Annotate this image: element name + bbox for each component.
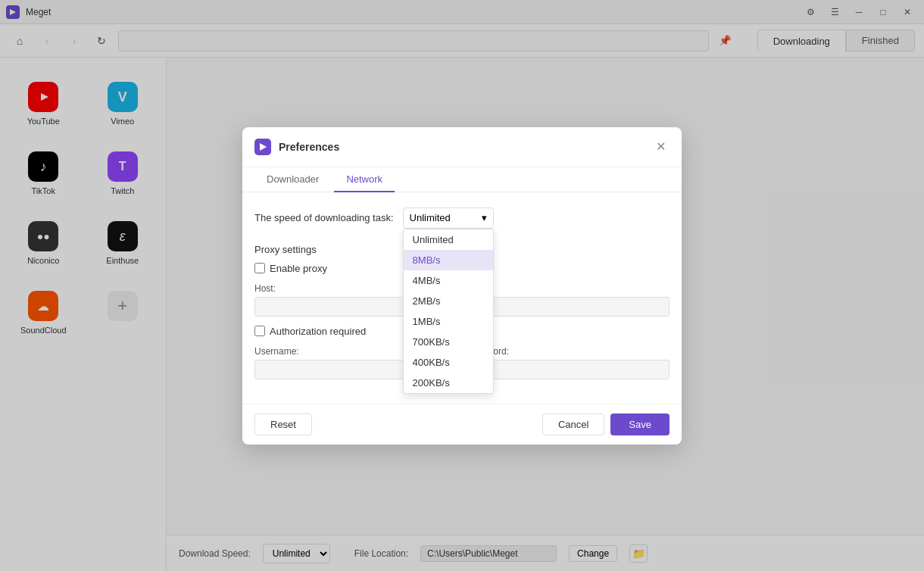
dialog-overlay: Preferences ✕ Downloader Network The spe… (0, 0, 924, 571)
dialog-content: The speed of downloading task: Unlimited… (242, 192, 682, 404)
port-group: Port: (467, 283, 670, 317)
speed-task-label: The speed of downloading task: (254, 212, 394, 223)
speed-select-button[interactable]: Unlimited ▾ (403, 207, 494, 229)
dialog-logo (254, 139, 271, 155)
speed-option-4mb[interactable]: 4MB/s (404, 270, 493, 291)
speed-option-400kb[interactable]: 400KB/s (404, 352, 493, 373)
cancel-button[interactable]: Cancel (542, 413, 604, 435)
auth-required-label: Authorization required (270, 326, 366, 337)
speed-chevron-icon: ▾ (482, 212, 487, 223)
preferences-dialog: Preferences ✕ Downloader Network The spe… (242, 127, 682, 445)
enable-proxy-label: Enable proxy (270, 263, 327, 274)
speed-option-200kb[interactable]: 200KB/s (404, 373, 493, 393)
password-input[interactable] (467, 360, 670, 379)
network-tab[interactable]: Network (334, 167, 395, 192)
dialog-tabs: Downloader Network (242, 167, 682, 192)
password-group: Password: (467, 346, 670, 379)
speed-option-8mb[interactable]: 8MB/s (404, 250, 493, 270)
auth-required-checkbox[interactable] (254, 326, 265, 336)
dialog-close-button[interactable]: ✕ (651, 138, 670, 156)
speed-option-unlimited[interactable]: Unlimited (404, 229, 493, 250)
dialog-title: Preferences (279, 141, 644, 153)
port-label: Port: (467, 283, 670, 294)
save-button[interactable]: Save (610, 413, 670, 435)
dialog-header: Preferences ✕ (242, 127, 682, 167)
dialog-footer: Reset Cancel Save (242, 404, 682, 445)
svg-marker-3 (260, 143, 267, 151)
speed-current-value: Unlimited (410, 212, 451, 223)
enable-proxy-checkbox[interactable] (254, 263, 265, 273)
speed-option-1mb[interactable]: 1MB/s (404, 311, 493, 332)
speed-dropdown: Unlimited ▾ Unlimited 8MB/s 4MB/s 2MB/s … (403, 207, 494, 229)
speed-dropdown-menu: Unlimited 8MB/s 4MB/s 2MB/s 1MB/s 700KB/… (403, 229, 494, 394)
speed-row: The speed of downloading task: Unlimited… (254, 207, 670, 229)
port-input[interactable] (467, 297, 670, 317)
action-buttons: Cancel Save (542, 413, 670, 435)
downloader-tab[interactable]: Downloader (254, 167, 331, 192)
password-label: Password: (467, 346, 670, 357)
reset-button[interactable]: Reset (254, 413, 312, 435)
speed-option-700kb[interactable]: 700KB/s (404, 332, 493, 352)
speed-option-2mb[interactable]: 2MB/s (404, 291, 493, 311)
